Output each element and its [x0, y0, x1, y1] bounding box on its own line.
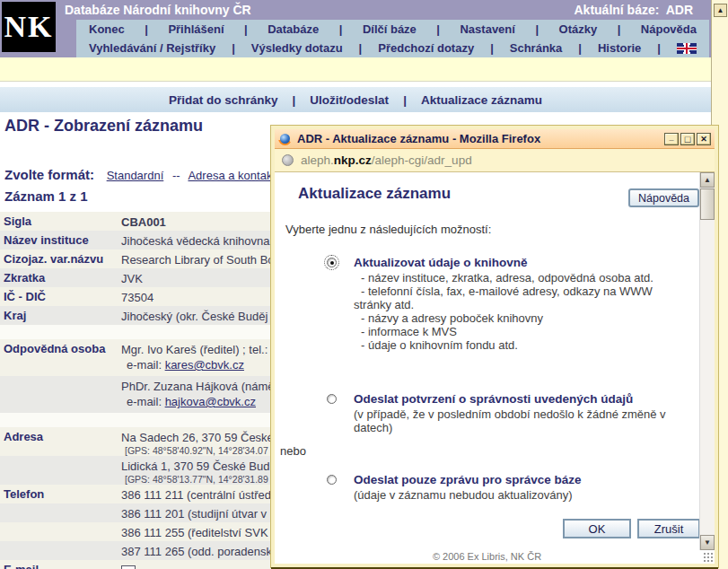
menu-item-p-edchoz-dotazy[interactable]: Předchozí dotazy — [378, 41, 474, 55]
menu-row-1: Konec|Přihlášení|Databáze|Dílčí báze|Nas… — [76, 20, 709, 39]
option-detail: - informace k MVS — [361, 325, 457, 338]
menu-item-historie[interactable]: Historie — [598, 41, 641, 55]
popup-scrollbar[interactable]: ▲ ▼ — [699, 172, 715, 550]
url-bar[interactable]: aleph.nkp.cz/aleph-cgi/adr_upd — [275, 149, 715, 172]
radio-button-selected[interactable] — [327, 258, 337, 267]
row-label — [0, 376, 119, 413]
firefox-icon — [278, 132, 292, 145]
option-detail: - názvy a adresy poboček knihovny — [361, 311, 543, 325]
popup-scroll-up-button[interactable]: ▲ — [700, 172, 715, 188]
format-label: Zvolte formát: — [4, 167, 94, 182]
option-detail: - telefonní čísla, fax, e-mailové adresy… — [361, 284, 653, 298]
screen: Databáze Národní knihovny ČR Aktuální bá… — [0, 0, 728, 569]
option-detail: stránky atd. — [354, 298, 414, 311]
menu-item-nastaven-[interactable]: Nastavení — [460, 22, 514, 36]
option-title: Odeslat pouze zprávu pro správce báze — [354, 473, 582, 486]
radio-button[interactable] — [327, 475, 337, 485]
menu-item-v-sledky-dotazu[interactable]: Výsledky dotazu — [251, 41, 343, 55]
yellow-band — [0, 57, 711, 82]
row-label: Zkratka — [0, 268, 119, 287]
nk-logo[interactable]: NK — [2, 2, 56, 52]
uk-flag-icon[interactable] — [677, 43, 697, 54]
menu-item-datab-ze[interactable]: Databáze — [268, 22, 319, 36]
row-label: Adresa — [0, 427, 119, 456]
main-menu: Konec|Přihlášení|Databáze|Dílčí báze|Nas… — [76, 20, 709, 57]
popup-footer: © 2006 Ex Libris, NK ČR — [275, 551, 699, 562]
nk-logo-text: NK — [4, 10, 54, 44]
row-label: Cizojaz. var.názvu — [0, 249, 119, 268]
row-label: Název instituce — [0, 231, 119, 249]
menu-row-2: Vyhledávání / Rejstříky|Výsledky dotazu|… — [76, 39, 709, 57]
minimize-button[interactable] — [664, 133, 679, 145]
row-label: IČ - DIČ — [0, 287, 119, 306]
url-text: aleph.nkp.cz/aleph-cgi/adr_upd — [301, 153, 472, 167]
maximize-button[interactable] — [680, 133, 695, 145]
record-count: Záznam 1 z 1 — [4, 188, 88, 204]
popup-content: Aktualizace záznamu Nápověda Vyberte jed… — [275, 172, 715, 564]
format-link-address[interactable]: Adresa a kontakty — [188, 169, 281, 182]
or-label: nebo — [280, 444, 306, 458]
menu-item-schr-nka[interactable]: Schránka — [510, 41, 563, 55]
dialog-instruction: Vyberte jednu z následujících možností: — [285, 223, 491, 236]
current-base: Aktuální báze: ADR — [574, 3, 693, 17]
popup-titlebar[interactable]: ADR - Aktualizace záznamu - Mozilla Fire… — [275, 129, 715, 149]
radio-button[interactable] — [327, 394, 337, 404]
current-base-value: ADR — [666, 3, 693, 17]
option-detail: - název instituce, zkratka, adresa, odpo… — [361, 271, 653, 284]
format-selector: Zvolte formát: Standardní -- Adresa a ko… — [4, 167, 282, 182]
toolbar-item-3[interactable]: Aktualizace záznamu — [421, 93, 542, 107]
row-label: Sigla — [0, 212, 119, 231]
email-link[interactable]: hajkova@cbvk.cz — [165, 395, 256, 408]
option-detail: datech) — [354, 421, 392, 434]
close-button[interactable] — [697, 133, 711, 145]
row-label — [0, 325, 119, 339]
menu-item-vyhled-v-n-rejst-ky[interactable]: Vyhledávání / Rejstříky — [89, 41, 215, 55]
format-link-standard[interactable]: Standardní — [107, 169, 164, 182]
popup-window: ADR - Aktualizace záznamu - Mozilla Fire… — [271, 126, 718, 567]
ok-button[interactable]: OK — [563, 519, 631, 538]
page-scroll-up-button[interactable]: ▲ — [714, 4, 727, 17]
dialog-title: Aktualizace záznamu — [298, 185, 451, 203]
current-base-label: Aktuální báze: — [574, 3, 659, 17]
cancel-button[interactable]: Zrušit — [637, 519, 700, 538]
row-label: E-mail — [0, 560, 119, 569]
menu-item-p-ihl-en-[interactable]: Přihlášení — [168, 22, 224, 36]
row-label — [0, 456, 119, 485]
help-button[interactable]: Nápověda — [628, 188, 699, 207]
row-label — [0, 522, 119, 541]
option-detail: (v případě, že v posledním období nedošl… — [354, 407, 666, 421]
option-detail: - údaje o knihovním fondu atd. — [361, 338, 518, 352]
option-detail: (údaje v záznamu nebudou aktualizovány) — [354, 488, 573, 502]
envelope-icon[interactable] — [121, 565, 136, 569]
resize-grip[interactable] — [703, 552, 714, 563]
row-label: Odpovědná osoba — [0, 339, 119, 376]
app-title: Databáze Národní knihovny ČR — [65, 3, 251, 17]
toolbar-item-2[interactable]: Uložit/odeslat — [310, 93, 389, 107]
popup-scroll-down-button[interactable]: ▼ — [700, 535, 715, 550]
menu-item-konec[interactable]: Konec — [89, 22, 125, 36]
menu-item-ot-zky[interactable]: Otázky — [559, 22, 598, 36]
row-label: Telefon — [0, 485, 119, 503]
record-toolbar: Přidat do schránky|Uložit/odeslat|Aktual… — [0, 87, 711, 112]
option-title: Odeslat potvrzení o správnosti uvedených… — [354, 392, 633, 406]
globe-icon — [282, 154, 294, 166]
row-label: Kraj — [0, 306, 119, 325]
popup-window-title: ADR - Aktualizace záznamu - Mozilla Fire… — [297, 132, 664, 145]
popup-scroll-thumb[interactable] — [700, 188, 715, 220]
window-controls — [664, 133, 711, 145]
row-label — [0, 503, 119, 522]
row-label — [0, 413, 119, 427]
option-title: Aktualizovat údaje o knihovně — [354, 256, 528, 269]
menu-item-d-l-b-ze[interactable]: Dílčí báze — [363, 22, 417, 36]
row-label — [0, 541, 119, 560]
page-title: ADR - Zobrazení záznamu — [4, 117, 203, 136]
email-link[interactable]: kares@cbvk.cz — [165, 358, 244, 372]
menu-item-n-pov-da[interactable]: Nápověda — [641, 22, 697, 36]
format-separator: -- — [172, 169, 180, 182]
toolbar-item-1[interactable]: Přidat do schránky — [169, 93, 278, 107]
